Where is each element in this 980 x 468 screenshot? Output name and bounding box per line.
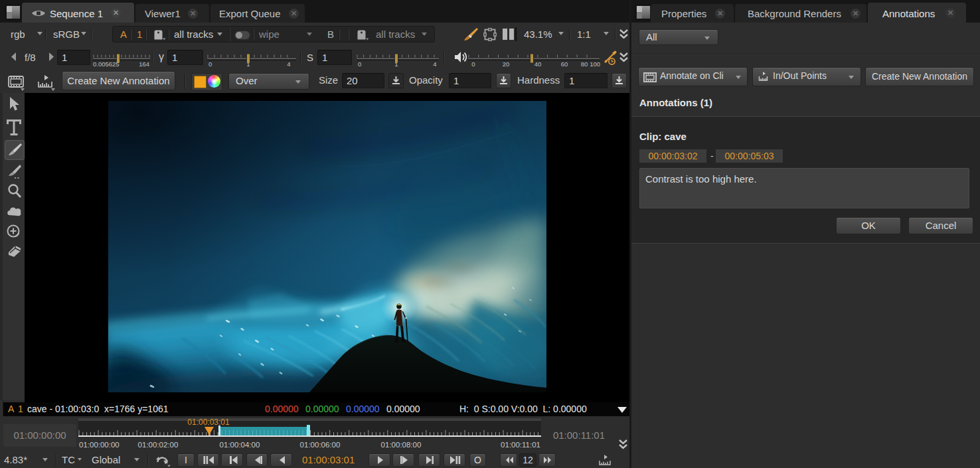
svg-text:0.005625: 0.005625 xyxy=(93,60,120,68)
svg-text:100: 100 xyxy=(590,60,600,68)
svg-text:01:00:03:01: 01:00:03:01 xyxy=(187,418,230,427)
svg-text:164: 164 xyxy=(139,60,149,68)
svg-text:20: 20 xyxy=(503,60,510,68)
svg-text:60: 60 xyxy=(561,60,568,68)
svg-text:4: 4 xyxy=(287,60,290,68)
svg-text:40: 40 xyxy=(534,60,542,68)
svg-text:01:00:04:00: 01:00:04:00 xyxy=(220,441,260,449)
svg-text:4: 4 xyxy=(433,60,436,68)
svg-text:01:00:11:01: 01:00:11:01 xyxy=(501,441,540,449)
svg-text:0: 0 xyxy=(358,60,361,68)
svg-text:01:00:00:00: 01:00:00:00 xyxy=(79,441,120,449)
svg-text:0: 0 xyxy=(471,60,475,68)
svg-text:0: 0 xyxy=(208,60,212,68)
svg-text:80: 80 xyxy=(581,60,588,68)
svg-text:01:00:06:00: 01:00:06:00 xyxy=(300,441,341,449)
svg-text:01:00:08:00: 01:00:08:00 xyxy=(381,441,422,449)
svg-text:1: 1 xyxy=(394,60,398,68)
svg-text:01:00:02:00: 01:00:02:00 xyxy=(138,441,179,449)
svg-text:1: 1 xyxy=(246,60,250,68)
